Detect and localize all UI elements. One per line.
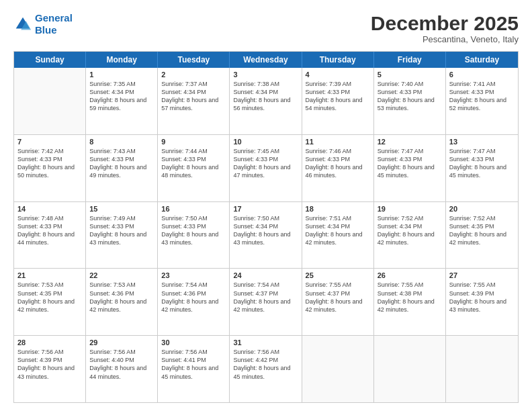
cal-cell-3-2: 23Sunrise: 7:54 AMSunset: 4:36 PMDayligh… [158, 269, 230, 335]
header-monday: Monday [86, 52, 158, 68]
cal-cell-2-1: 15Sunrise: 7:49 AMSunset: 4:33 PMDayligh… [86, 202, 158, 269]
cal-cell-3-0: 21Sunrise: 7:53 AMSunset: 4:35 PMDayligh… [14, 269, 86, 335]
cal-cell-0-2: 2Sunrise: 7:37 AMSunset: 4:34 PMDaylight… [158, 68, 230, 134]
cal-cell-0-3: 3Sunrise: 7:38 AMSunset: 4:34 PMDaylight… [230, 68, 302, 134]
cell-info: Sunrise: 7:46 AMSunset: 4:33 PMDaylight:… [306, 148, 363, 179]
cell-info: Sunrise: 7:56 AMSunset: 4:41 PMDaylight:… [161, 349, 218, 379]
calendar-row-3: 21Sunrise: 7:53 AMSunset: 4:35 PMDayligh… [14, 268, 518, 335]
day-number: 25 [306, 271, 370, 279]
cell-info: Sunrise: 7:45 AMSunset: 4:33 PMDaylight:… [233, 148, 290, 179]
day-number: 9 [161, 138, 226, 146]
cell-info: Sunrise: 7:52 AMSunset: 4:35 PMDaylight:… [449, 215, 506, 246]
day-number: 16 [161, 205, 226, 213]
day-number: 3 [233, 71, 298, 79]
calendar-body: 1Sunrise: 7:35 AMSunset: 4:34 PMDaylight… [14, 68, 518, 402]
day-number: 11 [306, 138, 370, 146]
header-wednesday: Wednesday [230, 52, 302, 68]
calendar-row-1: 7Sunrise: 7:42 AMSunset: 4:33 PMDaylight… [14, 134, 518, 201]
cell-info: Sunrise: 7:56 AMSunset: 4:40 PMDaylight:… [89, 349, 146, 379]
cell-info: Sunrise: 7:44 AMSunset: 4:33 PMDaylight:… [161, 148, 218, 179]
cal-cell-0-6: 6Sunrise: 7:41 AMSunset: 4:33 PMDaylight… [446, 68, 518, 134]
cell-info: Sunrise: 7:43 AMSunset: 4:33 PMDaylight:… [89, 148, 146, 179]
day-number: 26 [378, 271, 442, 279]
cal-cell-0-4: 4Sunrise: 7:39 AMSunset: 4:33 PMDaylight… [302, 68, 374, 134]
cell-info: Sunrise: 7:37 AMSunset: 4:34 PMDaylight:… [161, 81, 218, 111]
header: General Blue December 2025 Pescantina, V… [13, 12, 519, 44]
cal-cell-2-5: 19Sunrise: 7:52 AMSunset: 4:34 PMDayligh… [374, 202, 446, 269]
day-number: 10 [233, 138, 298, 146]
month-title: December 2025 [371, 12, 519, 34]
cal-cell-0-0 [14, 68, 86, 134]
cell-info: Sunrise: 7:51 AMSunset: 4:34 PMDaylight:… [306, 215, 363, 246]
cal-cell-0-5: 5Sunrise: 7:40 AMSunset: 4:33 PMDaylight… [374, 68, 446, 134]
cell-info: Sunrise: 7:47 AMSunset: 4:33 PMDaylight:… [449, 148, 506, 179]
day-number: 1 [89, 71, 154, 79]
cell-info: Sunrise: 7:53 AMSunset: 4:36 PMDaylight:… [89, 281, 146, 312]
calendar-row-0: 1Sunrise: 7:35 AMSunset: 4:34 PMDaylight… [14, 68, 518, 134]
day-number: 4 [306, 71, 370, 79]
day-number: 30 [161, 338, 226, 347]
cal-cell-2-2: 16Sunrise: 7:50 AMSunset: 4:33 PMDayligh… [158, 202, 230, 269]
day-number: 31 [233, 338, 298, 347]
logo-text: General Blue [35, 12, 73, 36]
day-number: 21 [17, 271, 82, 279]
title-block: December 2025 Pescantina, Veneto, Italy [371, 12, 519, 44]
day-number: 14 [17, 205, 82, 213]
cal-cell-1-6: 13Sunrise: 7:47 AMSunset: 4:33 PMDayligh… [446, 135, 518, 201]
cell-info: Sunrise: 7:50 AMSunset: 4:34 PMDaylight:… [233, 215, 290, 246]
cell-info: Sunrise: 7:49 AMSunset: 4:33 PMDaylight:… [89, 215, 146, 246]
cal-cell-2-6: 20Sunrise: 7:52 AMSunset: 4:35 PMDayligh… [446, 202, 518, 269]
cell-info: Sunrise: 7:41 AMSunset: 4:33 PMDaylight:… [449, 81, 506, 111]
cal-cell-0-1: 1Sunrise: 7:35 AMSunset: 4:34 PMDaylight… [86, 68, 158, 134]
logo-line1: General [35, 12, 73, 24]
cell-info: Sunrise: 7:55 AMSunset: 4:38 PMDaylight:… [378, 281, 435, 312]
cal-cell-4-3: 31Sunrise: 7:56 AMSunset: 4:42 PMDayligh… [230, 336, 302, 402]
logo-line2: Blue [35, 24, 57, 36]
day-number: 2 [161, 71, 226, 79]
cal-cell-1-4: 11Sunrise: 7:46 AMSunset: 4:33 PMDayligh… [302, 135, 374, 201]
day-number: 29 [89, 338, 154, 347]
cal-cell-3-5: 26Sunrise: 7:55 AMSunset: 4:38 PMDayligh… [374, 269, 446, 335]
cell-info: Sunrise: 7:35 AMSunset: 4:34 PMDaylight:… [89, 81, 146, 111]
header-friday: Friday [374, 52, 446, 68]
cal-cell-2-3: 17Sunrise: 7:50 AMSunset: 4:34 PMDayligh… [230, 202, 302, 269]
location: Pescantina, Veneto, Italy [371, 34, 519, 44]
day-number: 22 [89, 271, 154, 279]
day-number: 6 [449, 71, 515, 79]
day-number: 28 [17, 338, 82, 347]
logo: General Blue [13, 12, 73, 36]
header-sunday: Sunday [14, 52, 86, 68]
cal-cell-3-3: 24Sunrise: 7:54 AMSunset: 4:37 PMDayligh… [230, 269, 302, 335]
cal-cell-2-4: 18Sunrise: 7:51 AMSunset: 4:34 PMDayligh… [302, 202, 374, 269]
calendar-row-2: 14Sunrise: 7:48 AMSunset: 4:33 PMDayligh… [14, 201, 518, 269]
cal-cell-1-1: 8Sunrise: 7:43 AMSunset: 4:33 PMDaylight… [86, 135, 158, 201]
day-number: 12 [378, 138, 442, 146]
cell-info: Sunrise: 7:39 AMSunset: 4:33 PMDaylight:… [306, 81, 363, 111]
cal-cell-2-0: 14Sunrise: 7:48 AMSunset: 4:33 PMDayligh… [14, 202, 86, 269]
cal-cell-4-1: 29Sunrise: 7:56 AMSunset: 4:40 PMDayligh… [86, 336, 158, 402]
day-number: 5 [378, 71, 442, 79]
cal-cell-4-2: 30Sunrise: 7:56 AMSunset: 4:41 PMDayligh… [158, 336, 230, 402]
cell-info: Sunrise: 7:56 AMSunset: 4:42 PMDaylight:… [233, 349, 290, 379]
cal-cell-4-6 [446, 336, 518, 402]
calendar: Sunday Monday Tuesday Wednesday Thursday… [13, 51, 519, 403]
day-number: 24 [233, 271, 298, 279]
calendar-row-4: 28Sunrise: 7:56 AMSunset: 4:39 PMDayligh… [14, 335, 518, 402]
cell-info: Sunrise: 7:38 AMSunset: 4:34 PMDaylight:… [233, 81, 290, 111]
cal-cell-1-5: 12Sunrise: 7:47 AMSunset: 4:33 PMDayligh… [374, 135, 446, 201]
day-number: 15 [89, 205, 154, 213]
day-number: 17 [233, 205, 298, 213]
day-number: 13 [449, 138, 515, 146]
day-number: 8 [89, 138, 154, 146]
day-number: 23 [161, 271, 226, 279]
day-number: 7 [17, 138, 82, 146]
day-number: 20 [449, 205, 515, 213]
cal-cell-4-0: 28Sunrise: 7:56 AMSunset: 4:39 PMDayligh… [14, 336, 86, 402]
cell-info: Sunrise: 7:47 AMSunset: 4:33 PMDaylight:… [378, 148, 435, 179]
logo-icon [13, 15, 32, 34]
calendar-header: Sunday Monday Tuesday Wednesday Thursday… [14, 52, 518, 68]
cell-info: Sunrise: 7:54 AMSunset: 4:36 PMDaylight:… [161, 281, 218, 312]
cell-info: Sunrise: 7:50 AMSunset: 4:33 PMDaylight:… [161, 215, 218, 246]
cell-info: Sunrise: 7:52 AMSunset: 4:34 PMDaylight:… [378, 215, 435, 246]
cell-info: Sunrise: 7:40 AMSunset: 4:33 PMDaylight:… [378, 81, 435, 111]
